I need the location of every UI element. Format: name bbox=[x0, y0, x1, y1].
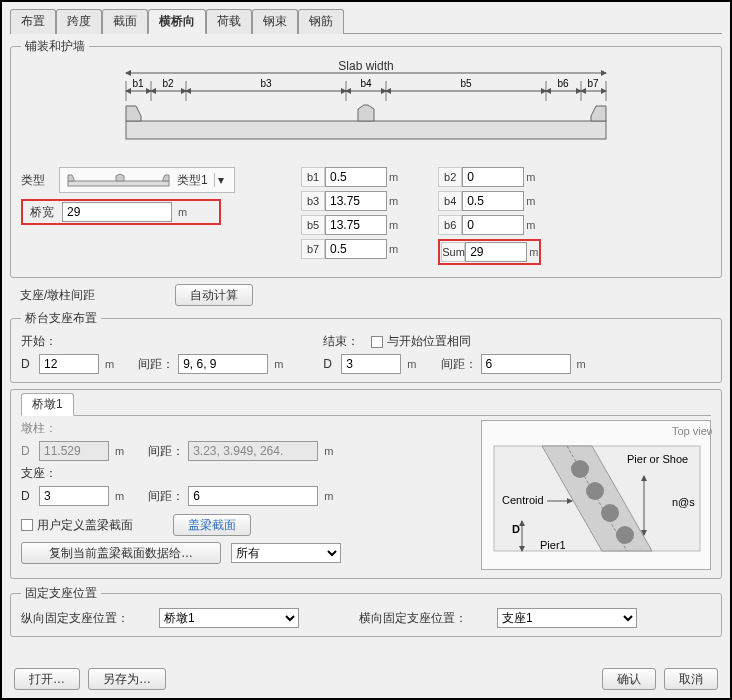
dimension-grid: b1m b3m b5m b7m b2m b4m b6m Summ bbox=[301, 167, 541, 269]
type-selector[interactable]: 类型1 ▾ bbox=[59, 167, 235, 193]
long-fixed-select[interactable]: 桥墩1 bbox=[159, 608, 299, 628]
b4-input[interactable] bbox=[462, 191, 524, 211]
svg-point-33 bbox=[616, 526, 634, 544]
long-fixed-label: 纵向固定支座位置： bbox=[21, 610, 129, 627]
fixed-legend: 固定支座位置 bbox=[21, 585, 101, 602]
pier-col-D-label: D bbox=[21, 444, 35, 458]
svg-text:b1: b1 bbox=[132, 78, 144, 89]
tab-section[interactable]: 截面 bbox=[102, 9, 148, 34]
trans-fixed-select[interactable]: 支座1 bbox=[497, 608, 637, 628]
copy-target-select[interactable]: 所有 bbox=[231, 543, 341, 563]
b3-label: b3 bbox=[301, 191, 325, 211]
pier-seat-gap-input[interactable] bbox=[188, 486, 318, 506]
bridge-width-input[interactable] bbox=[62, 202, 172, 222]
b3-input[interactable] bbox=[325, 191, 387, 211]
slab-diagram: Slab width b1 b2 bbox=[106, 61, 626, 161]
b6-label: b6 bbox=[438, 215, 462, 235]
pier-seat-gap-label: 间距： bbox=[148, 488, 184, 505]
tab-layout[interactable]: 布置 bbox=[10, 9, 56, 34]
copy-cap-data-button[interactable]: 复制当前盖梁截面数据给… bbox=[21, 542, 221, 564]
svg-text:b2: b2 bbox=[162, 78, 174, 89]
ok-button[interactable]: 确认 bbox=[602, 668, 656, 690]
group-abutment: 桥台支座布置 开始： D m 间距： m 结束： 与开始位置相同 bbox=[10, 310, 722, 383]
start-gap-label: 间距： bbox=[138, 356, 174, 373]
svg-point-30 bbox=[571, 460, 589, 478]
b7-input[interactable] bbox=[325, 239, 387, 259]
svg-rect-24 bbox=[126, 121, 606, 139]
bridge-width-unit: m bbox=[178, 206, 187, 218]
svg-text:b7: b7 bbox=[587, 78, 599, 89]
tab-load[interactable]: 荷载 bbox=[206, 9, 252, 34]
start-label: 开始： bbox=[21, 333, 283, 350]
spacing-label: 支座/墩柱间距 bbox=[20, 287, 95, 304]
pier-col-gap-label: 间距： bbox=[148, 443, 184, 460]
svg-text:Pier or Shoe: Pier or Shoe bbox=[627, 453, 688, 465]
group-pier: 桥墩1 墩柱： D m 间距： m 支座： D m 间距： bbox=[10, 389, 722, 579]
sum-label: Sum bbox=[441, 242, 465, 262]
save-as-button[interactable]: 另存为… bbox=[88, 668, 166, 690]
main-tabs: 布置 跨度 截面 横桥向 荷载 钢束 钢筋 bbox=[10, 8, 722, 34]
pier-tab-1[interactable]: 桥墩1 bbox=[21, 393, 74, 416]
pier-column-label: 墩柱： bbox=[21, 420, 471, 437]
end-gap-input[interactable] bbox=[481, 354, 571, 374]
group-fixed-bearing: 固定支座位置 纵向固定支座位置： 桥墩1 横向固定支座位置： 支座1 bbox=[10, 585, 722, 637]
svg-text:Top view: Top view bbox=[672, 425, 712, 437]
b2-input[interactable] bbox=[462, 167, 524, 187]
trans-fixed-label: 横向固定支座位置： bbox=[359, 610, 467, 627]
sum-input[interactable] bbox=[465, 242, 527, 262]
pier-col-D-input bbox=[39, 441, 109, 461]
bridge-width-label: 桥宽 bbox=[24, 204, 58, 221]
type-label: 类型 bbox=[21, 172, 55, 189]
svg-text:n@s: n@s bbox=[672, 496, 695, 508]
start-D-input[interactable] bbox=[39, 354, 99, 374]
cap-section-button[interactable]: 盖梁截面 bbox=[173, 514, 251, 536]
b7-label: b7 bbox=[301, 239, 325, 259]
pier-col-gap-input bbox=[188, 441, 318, 461]
cancel-button[interactable]: 取消 bbox=[664, 668, 718, 690]
b6-input[interactable] bbox=[462, 215, 524, 235]
svg-text:b5: b5 bbox=[460, 78, 472, 89]
svg-text:D: D bbox=[512, 523, 520, 535]
b4-label: b4 bbox=[438, 191, 462, 211]
svg-text:Centroid: Centroid bbox=[502, 494, 544, 506]
auto-calc-button[interactable]: 自动计算 bbox=[175, 284, 253, 306]
footer-buttons: 打开… 另存为… 确认 取消 bbox=[14, 668, 718, 690]
tab-span[interactable]: 跨度 bbox=[56, 9, 102, 34]
svg-text:Pier1: Pier1 bbox=[540, 539, 566, 551]
chevron-down-icon[interactable]: ▾ bbox=[214, 173, 228, 187]
svg-text:b6: b6 bbox=[557, 78, 569, 89]
open-button[interactable]: 打开… bbox=[14, 668, 80, 690]
topview-diagram: Top view Pier or Shoe Centroid n@s D Pie bbox=[481, 420, 711, 570]
pier-seat-label: 支座： bbox=[21, 465, 471, 482]
svg-text:b4: b4 bbox=[360, 78, 372, 89]
end-gap-label: 间距： bbox=[441, 356, 477, 373]
pier-seat-D-input[interactable] bbox=[39, 486, 109, 506]
start-D-label: D bbox=[21, 357, 35, 371]
end-D-label: D bbox=[323, 357, 337, 371]
start-gap-input[interactable] bbox=[178, 354, 268, 374]
svg-text:b3: b3 bbox=[260, 78, 272, 89]
group-pavement-barrier: 铺装和护墙 Slab width bbox=[10, 38, 722, 278]
b1-input[interactable] bbox=[325, 167, 387, 187]
b2-label: b2 bbox=[438, 167, 462, 187]
svg-point-31 bbox=[586, 482, 604, 500]
group-pavement-legend: 铺装和护墙 bbox=[21, 38, 89, 55]
abutment-legend: 桥台支座布置 bbox=[21, 310, 101, 327]
tab-tendon[interactable]: 钢束 bbox=[252, 9, 298, 34]
tab-rebar[interactable]: 钢筋 bbox=[298, 9, 344, 34]
b5-input[interactable] bbox=[325, 215, 387, 235]
pier-seat-D-label: D bbox=[21, 489, 35, 503]
user-cap-section-checkbox[interactable]: 用户定义盖梁截面 bbox=[21, 517, 133, 534]
svg-rect-25 bbox=[68, 181, 169, 186]
dialog-window: 布置 跨度 截面 横桥向 荷载 钢束 钢筋 铺装和护墙 Slab width bbox=[0, 0, 732, 700]
b5-label: b5 bbox=[301, 215, 325, 235]
tab-transverse[interactable]: 横桥向 bbox=[148, 9, 206, 34]
same-as-start-checkbox[interactable]: 与开始位置相同 bbox=[371, 333, 471, 350]
b1-label: b1 bbox=[301, 167, 325, 187]
end-label: 结束： bbox=[323, 333, 359, 350]
svg-point-32 bbox=[601, 504, 619, 522]
svg-text:Slab width: Slab width bbox=[338, 61, 393, 73]
end-D-input[interactable] bbox=[341, 354, 401, 374]
